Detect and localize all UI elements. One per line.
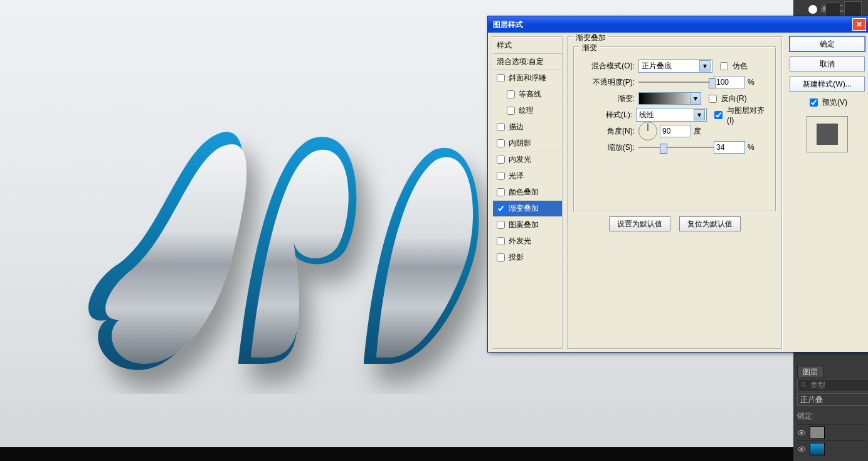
svg-point-5 <box>800 448 803 450</box>
bottom-bar <box>0 447 868 461</box>
style-color-overlay-check[interactable] <box>497 188 505 196</box>
style-stroke[interactable]: 描边 <box>493 119 562 135</box>
angle-unit: 度 <box>694 126 701 137</box>
style-bevel-check[interactable] <box>497 74 505 82</box>
visibility-icon[interactable] <box>797 445 806 453</box>
dialog-title: 图层样式 <box>493 19 523 30</box>
layer-style-dialog: 图层样式 ✕ 样式 混合选项:自定 斜面和浮雕 等高线 纹理 描边 内阴影 内发… <box>487 16 868 352</box>
cancel-button[interactable]: 取消 <box>790 56 865 72</box>
style-bevel[interactable]: 斜面和浮雕 <box>493 70 562 87</box>
layer-filter-placeholder: 类型 <box>810 380 825 391</box>
style-pattern-overlay-check[interactable] <box>497 221 505 229</box>
groupbox-title: 渐变叠加 <box>573 33 608 43</box>
style-inner-glow-check[interactable] <box>497 156 505 164</box>
scale-unit: % <box>748 143 754 152</box>
style-label: 样式(L): <box>581 110 636 120</box>
chevron-down-icon: ▾ <box>699 60 711 72</box>
svg-line-1 <box>805 386 807 388</box>
options-groupbox: 渐变叠加 渐变 混合模式(O): 正片叠底 ▾ 仿色 不透明度(P): <box>567 36 783 349</box>
blend-mode-select[interactable]: 正片叠底 ▾ <box>638 59 712 73</box>
angle-dial[interactable] <box>638 122 657 140</box>
style-satin[interactable]: 光泽 <box>493 168 562 184</box>
gradient-style-select[interactable]: 线性 ▾ <box>636 108 707 122</box>
opacity-slider[interactable] <box>638 76 714 88</box>
style-inner-shadow-check[interactable] <box>497 139 505 147</box>
visibility-icon[interactable] <box>797 428 806 437</box>
style-satin-check[interactable] <box>497 172 505 180</box>
blend-options-item[interactable]: 混合选项:自定 <box>493 54 562 70</box>
layers-tab[interactable]: 图层 <box>797 366 823 378</box>
style-outer-glow-check[interactable] <box>497 237 505 245</box>
dialog-right-column: 确定 取消 新建样式(W)... 预览(V) <box>790 36 865 152</box>
reset-default-button[interactable]: 复位为默认值 <box>679 216 741 231</box>
style-pattern-overlay[interactable]: 图案叠加 <box>493 217 562 233</box>
new-style-button[interactable]: 新建样式(W)... <box>790 77 865 92</box>
layer-row[interactable] <box>797 440 865 457</box>
layer-filter[interactable]: 类型 <box>797 379 868 391</box>
styles-list: 样式 混合选项:自定 斜面和浮雕 等高线 纹理 描边 内阴影 内发光 光泽 颜色… <box>492 36 563 349</box>
layer-row[interactable] <box>797 424 865 441</box>
gradient-label: 渐变: <box>581 93 638 104</box>
align-checkbox[interactable]: 与图层对齐(I) <box>712 105 769 125</box>
scale-slider[interactable] <box>638 141 714 154</box>
style-texture-check[interactable] <box>507 107 515 115</box>
layer-thumb <box>810 427 825 439</box>
blend-mode-label: 混合模式(O): <box>581 61 638 72</box>
dialog-titlebar[interactable]: 图层样式 ✕ <box>488 16 868 33</box>
scale-label: 缩放(S): <box>581 142 638 153</box>
artwork-preview <box>38 94 539 408</box>
style-contour-check[interactable] <box>507 90 515 98</box>
opacity-unit: % <box>748 78 754 87</box>
search-icon <box>800 381 808 389</box>
brush-preview-icon <box>808 5 817 14</box>
style-contour[interactable]: 等高线 <box>493 87 562 103</box>
svg-point-0 <box>802 383 805 386</box>
style-gradient-overlay[interactable]: 渐变叠加 <box>493 201 562 217</box>
layer-thumb <box>810 443 825 455</box>
style-gradient-overlay-check[interactable] <box>497 204 505 213</box>
angle-label: 角度(N): <box>581 126 638 137</box>
dither-checkbox[interactable]: 仿色 <box>717 60 748 72</box>
opacity-label: 不透明度(P): <box>581 77 638 88</box>
style-texture[interactable]: 纹理 <box>493 103 562 119</box>
ok-button[interactable]: 确定 <box>790 36 865 51</box>
make-default-button[interactable]: 设置为默认值 <box>609 216 670 231</box>
style-inner-shadow[interactable]: 内阴影 <box>493 135 562 152</box>
opacity-input[interactable]: 100 <box>714 76 745 88</box>
layer-blend-dropdown[interactable]: 正片叠 <box>797 393 868 406</box>
style-stroke-check[interactable] <box>497 123 505 131</box>
svg-point-3 <box>800 432 803 434</box>
preview-swatch <box>807 116 848 152</box>
preview-checkbox[interactable]: 预览(V) <box>790 97 865 109</box>
styles-header[interactable]: 样式 <box>493 38 562 54</box>
style-drop-shadow-check[interactable] <box>497 253 505 262</box>
angle-input[interactable]: 90 <box>660 125 691 137</box>
style-inner-glow[interactable]: 内发光 <box>493 152 562 168</box>
scale-input[interactable]: 34 <box>714 141 745 154</box>
close-icon[interactable]: ✕ <box>852 18 866 31</box>
style-color-overlay[interactable]: 颜色叠加 <box>493 184 562 201</box>
style-drop-shadow[interactable]: 投影 <box>493 250 562 266</box>
gradient-groupbox: 渐变 混合模式(O): 正片叠底 ▾ 仿色 不透明度(P): 100 <box>573 46 776 212</box>
gradient-group-title: 渐变 <box>580 43 600 53</box>
layer-lock-row: 锁定: <box>797 411 865 421</box>
chevron-down-icon: ▾ <box>694 109 705 120</box>
chevron-down-icon: ▾ <box>690 93 701 104</box>
gradient-picker[interactable]: ▾ <box>638 92 701 105</box>
style-outer-glow[interactable]: 外发光 <box>493 233 562 250</box>
reverse-checkbox[interactable]: 反向(R) <box>706 93 747 105</box>
